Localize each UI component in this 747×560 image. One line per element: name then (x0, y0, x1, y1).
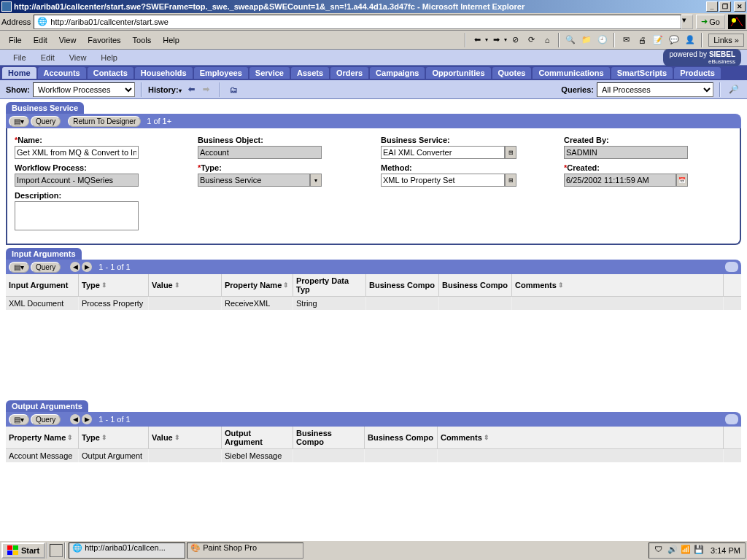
query-button[interactable]: Query (31, 414, 61, 425)
sort-icon[interactable]: ⇕ (101, 281, 107, 289)
tab-accounts[interactable]: Accounts (38, 67, 86, 79)
queries-dropdown[interactable]: All Processes (597, 82, 713, 97)
tab-service[interactable]: Service (249, 67, 290, 79)
tab-opportunities[interactable]: Opportunities (426, 67, 490, 79)
siebel-menu-view[interactable]: View (62, 52, 94, 63)
tab-smartscripts[interactable]: SmartScripts (611, 67, 673, 79)
sort-icon[interactable]: ⇕ (67, 434, 73, 441)
discuss-button[interactable]: 💬 (666, 32, 682, 48)
tab-assets[interactable]: Assets (291, 67, 329, 79)
home-button[interactable]: ⌂ (539, 32, 555, 48)
description-input[interactable] (15, 201, 139, 230)
search-button[interactable]: 🔍 (562, 32, 578, 48)
siebel-menu-edit[interactable]: Edit (34, 52, 62, 63)
ie-menu-help[interactable]: Help (157, 34, 185, 47)
col-property-data-type[interactable]: Property Data Typ (293, 274, 366, 296)
ie-menu-view[interactable]: View (53, 34, 82, 47)
address-input[interactable]: 🌐 http://ariba01/callcenter/start.swe (34, 15, 681, 29)
col-value[interactable]: Value⇕ (149, 274, 222, 296)
ie-menu-favorites[interactable]: Favorites (82, 34, 126, 47)
query-button[interactable]: Query (31, 262, 61, 273)
list-next-button[interactable]: ▶ (82, 414, 92, 424)
applet-menu-button[interactable]: ▤▾ (9, 414, 29, 425)
address-dropdown[interactable]: ▾ (681, 15, 693, 29)
business-service-input[interactable] (381, 146, 505, 159)
tray-icon[interactable]: 📶 (681, 545, 692, 556)
sort-icon[interactable]: ⇕ (174, 434, 180, 441)
col-bus-comp-1[interactable]: Business Compo (293, 427, 365, 448)
history-forward-button[interactable]: ➡ (199, 83, 214, 96)
ie-menu-tools[interactable]: Tools (127, 34, 158, 47)
sort-icon[interactable]: ⇕ (101, 434, 107, 441)
history-back-button[interactable]: ⬅ (185, 83, 199, 96)
messenger-button[interactable]: 👤 (682, 32, 698, 48)
maximize-button[interactable]: ❐ (719, 1, 731, 12)
back-button[interactable]: ⬅ (469, 32, 485, 48)
go-button[interactable]: ➜Go (696, 15, 725, 29)
type-dropdown-button[interactable]: ▾ (310, 174, 322, 187)
start-button[interactable]: Start (1, 542, 45, 559)
col-output-argument[interactable]: Output Argument (222, 427, 293, 448)
tab-employees[interactable]: Employees (194, 67, 248, 79)
col-bus-comp-1[interactable]: Business Compo (366, 274, 439, 296)
tab-households[interactable]: Households (135, 67, 193, 79)
close-button[interactable]: ✕ (734, 1, 746, 12)
col-comments[interactable]: Comments⇕ (438, 427, 724, 448)
sort-icon[interactable]: ⇕ (283, 281, 289, 289)
links-toolbar[interactable]: Links » (708, 34, 744, 47)
ie-menu-edit[interactable]: Edit (28, 34, 53, 47)
favorites-button[interactable]: 📁 (578, 32, 595, 48)
mail-button[interactable]: ✉ (618, 32, 634, 48)
col-comments[interactable]: Comments⇕ (512, 274, 724, 296)
name-input[interactable] (15, 146, 139, 159)
list-expand-button[interactable] (725, 414, 738, 424)
sort-icon[interactable]: ⇕ (174, 281, 180, 289)
ie-menu-file[interactable]: File (3, 34, 28, 47)
minimize-button[interactable]: _ (706, 1, 718, 12)
method-input[interactable] (381, 174, 505, 187)
tab-orders[interactable]: Orders (330, 67, 368, 79)
col-property-name[interactable]: Property Name⇕ (6, 427, 79, 448)
tray-icon[interactable]: 🛡 (654, 545, 666, 556)
tab-home[interactable]: Home (2, 67, 36, 79)
siebel-menu-file[interactable]: File (6, 52, 34, 63)
site-map-button[interactable]: 🗂 (227, 83, 241, 96)
col-type[interactable]: Type⇕ (79, 274, 149, 296)
method-pick-button[interactable]: ⊞ (505, 174, 516, 187)
sort-icon[interactable]: ⇕ (558, 281, 564, 289)
list-row[interactable]: XML Document Process Property ReceiveXML… (6, 297, 741, 310)
quick-launch[interactable] (50, 544, 63, 557)
clock[interactable]: 3:14 PM (711, 546, 740, 555)
tab-quotes[interactable]: Quotes (492, 67, 532, 79)
stop-button[interactable]: ⊘ (507, 32, 523, 48)
tray-icon[interactable]: 🔊 (667, 545, 679, 556)
edit-page-button[interactable]: 📝 (650, 32, 666, 48)
show-dropdown[interactable]: Workflow Processes (33, 82, 135, 97)
task-ie[interactable]: 🌐 http://ariba01/callcen... (69, 542, 185, 559)
col-input-argument[interactable]: Input Argument (6, 274, 79, 296)
business-service-pick-button[interactable]: ⊞ (505, 146, 516, 159)
list-row[interactable]: Account Message Output Argument Siebel M… (6, 449, 741, 462)
refresh-button[interactable]: ⟳ (523, 32, 539, 48)
applet-menu-button[interactable]: ▤▾ (9, 116, 29, 127)
sort-icon[interactable]: ⇕ (484, 434, 489, 441)
forward-button[interactable]: ➡ (488, 32, 504, 48)
applet-menu-button[interactable]: ▤▾ (9, 262, 29, 273)
search-icon[interactable]: 🔎 (727, 83, 741, 96)
tab-contacts[interactable]: Contacts (88, 67, 133, 79)
col-bus-comp-2[interactable]: Business Compo (365, 427, 438, 448)
col-bus-comp-2[interactable]: Business Compo (439, 274, 512, 296)
type-input[interactable] (198, 174, 310, 187)
col-property-name[interactable]: Property Name⇕ (222, 274, 293, 296)
tray-icon[interactable]: 💾 (694, 545, 705, 556)
list-prev-button[interactable]: ◀ (70, 414, 80, 424)
tab-campaigns[interactable]: Campaigns (370, 67, 425, 79)
list-next-button[interactable]: ▶ (82, 262, 92, 272)
col-value[interactable]: Value⇕ (149, 427, 222, 448)
task-paintshop[interactable]: 🎨 Paint Shop Pro (187, 542, 303, 559)
tab-communications[interactable]: Communications (533, 67, 609, 79)
created-date-button[interactable]: 📅 (676, 174, 688, 187)
tab-products[interactable]: Products (674, 67, 721, 79)
query-button[interactable]: Query (31, 116, 61, 127)
print-button[interactable]: 🖨 (634, 32, 650, 48)
